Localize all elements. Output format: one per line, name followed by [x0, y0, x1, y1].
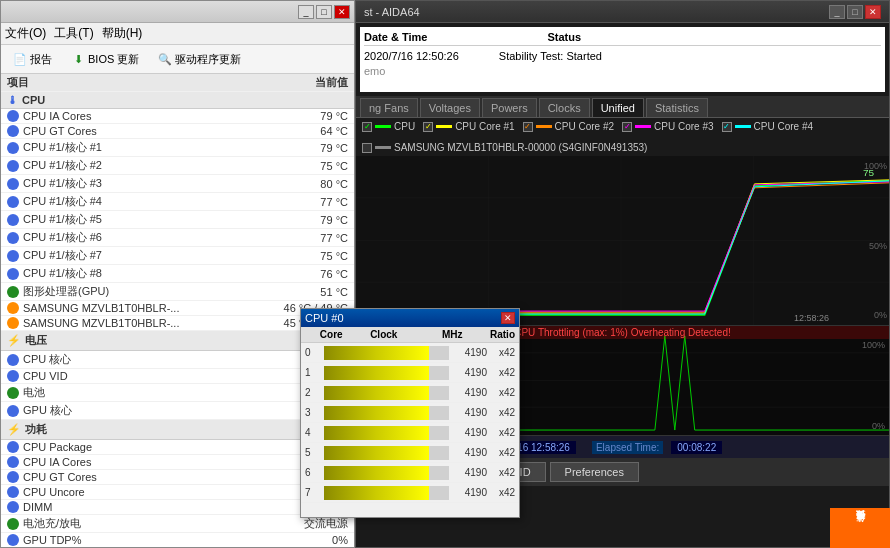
- list-item: CPU #1/核心 #4 77 °C: [1, 193, 354, 211]
- aida-close[interactable]: ✕: [865, 5, 881, 19]
- core-row-3: 3 4190 x42: [301, 403, 519, 423]
- graph-time-label: 12:58:26: [794, 313, 829, 323]
- item-value: 75 °C: [320, 160, 348, 172]
- legend-core4: ✓ CPU Core #4: [722, 121, 813, 132]
- core-num-6: 6: [305, 467, 321, 478]
- item-label: CPU #1/核心 #5: [7, 212, 320, 227]
- core-num-5: 5: [305, 447, 321, 458]
- core-ratio-4: x42: [487, 427, 515, 438]
- item-label: CPU #1/核心 #1: [7, 140, 320, 155]
- menu-file[interactable]: 文件(O): [5, 25, 46, 42]
- legend-core1-color: [436, 125, 452, 128]
- aida-minimize[interactable]: _: [829, 5, 845, 19]
- item-value: 64 °C: [320, 125, 348, 137]
- elapsed-value-item: 00:08:22: [671, 441, 722, 454]
- core-ratio-6: x42: [487, 467, 515, 478]
- tab-fans[interactable]: ng Fans: [360, 98, 418, 117]
- core-ratio-1: x42: [487, 367, 515, 378]
- tab-unified[interactable]: Unified: [592, 98, 644, 117]
- graph-mid-percent: 50%: [869, 241, 887, 251]
- bios-update-button[interactable]: ⬇ BIOS 更新: [65, 48, 144, 70]
- core-mhz-4: 4190: [452, 427, 487, 438]
- throttle-0-label: 0%: [872, 421, 885, 431]
- core-ratio-7: x42: [487, 487, 515, 498]
- preferences-button[interactable]: Preferences: [550, 462, 639, 482]
- tab-powers[interactable]: Powers: [482, 98, 537, 117]
- legend-cpu-check[interactable]: ✓: [362, 122, 372, 132]
- item-label: 电池充/放电: [7, 516, 304, 531]
- status-panel: Date & Time Status 2020/7/16 12:50:26 St…: [360, 27, 885, 92]
- core-bar-container-6: [324, 466, 449, 480]
- legend-core3-check[interactable]: ✓: [622, 122, 632, 132]
- core-row-5: 5 4190 x42: [301, 443, 519, 463]
- core-bar-6: [324, 466, 429, 480]
- legend-cpu-label: CPU: [394, 121, 415, 132]
- core-bar-container-0: [324, 346, 449, 360]
- report-button[interactable]: 📄 报告: [7, 48, 57, 70]
- aida-title: st - AIDA64: [364, 6, 829, 18]
- cpu-float-header: Core Clock MHz Ratio: [301, 327, 519, 343]
- core-row-7: 7 4190 x42: [301, 483, 519, 503]
- date-time-header: Date & Time: [364, 31, 427, 43]
- core-mhz-5: 4190: [452, 447, 487, 458]
- driver-icon: 🔍: [157, 51, 173, 67]
- core-num-2: 2: [305, 387, 321, 398]
- core-bar-7: [324, 486, 429, 500]
- watermark: 值 什么值得买: [830, 508, 890, 548]
- legend-samsung-label: SAMSUNG MZVLB1T0HBLR-00000 (S4GINF0N4913…: [394, 142, 647, 153]
- item-label: CPU IA Cores: [7, 110, 320, 122]
- tab-voltages[interactable]: Voltages: [420, 98, 480, 117]
- core-bar-container-1: [324, 366, 449, 380]
- item-value: 79 °C: [320, 214, 348, 226]
- status-row: 2020/7/16 12:50:26 Stability Test: Start…: [364, 50, 881, 62]
- item-label: CPU GT Cores: [7, 125, 320, 137]
- elapsed-value: 00:08:22: [677, 442, 716, 453]
- cpu-float-close-button[interactable]: ✕: [501, 312, 515, 324]
- aida-titlebar: st - AIDA64 _ □ ✕: [356, 1, 889, 23]
- left-window-controls: _ □ ✕: [298, 5, 350, 19]
- menu-help[interactable]: 帮助(H): [102, 25, 143, 42]
- core-row-0: 0 4190 x42: [301, 343, 519, 363]
- legend-core1-check[interactable]: ✓: [423, 122, 433, 132]
- menu-tools[interactable]: 工具(T): [54, 25, 93, 42]
- maximize-button[interactable]: □: [316, 5, 332, 19]
- core-bar-container-5: [324, 446, 449, 460]
- tab-clocks[interactable]: Clocks: [539, 98, 590, 117]
- item-label: CPU 核心: [7, 352, 310, 367]
- cpu-float-title: CPU #0: [305, 312, 344, 324]
- list-item: CPU #1/核心 #3 80 °C: [1, 175, 354, 193]
- item-label: CPU #1/核心 #7: [7, 248, 320, 263]
- core-row-1: 1 4190 x42: [301, 363, 519, 383]
- legend-row: ✓ CPU ✓ CPU Core #1 ✓ CPU Core #2 ✓ CPU …: [356, 118, 889, 156]
- legend-core2: ✓ CPU Core #2: [523, 121, 614, 132]
- tab-statistics[interactable]: Statistics: [646, 98, 708, 117]
- item-value: 79 °C: [320, 142, 348, 154]
- list-item: CPU #1/核心 #2 75 °C: [1, 157, 354, 175]
- legend-samsung-check[interactable]: [362, 143, 372, 153]
- legend-core2-check[interactable]: ✓: [523, 122, 533, 132]
- item-label: CPU Uncore: [7, 486, 313, 498]
- graph-svg: 75: [356, 156, 889, 325]
- ratio-header: Ratio: [463, 329, 516, 340]
- legend-samsung: SAMSUNG MZVLB1T0HBLR-00000 (S4GINF0N4913…: [362, 142, 647, 153]
- core-ratio-3: x42: [487, 407, 515, 418]
- list-item: CPU #1/核心 #6 77 °C: [1, 229, 354, 247]
- core-mhz-6: 4190: [452, 467, 487, 478]
- watermark-text: 值 什么值得买: [855, 527, 866, 530]
- legend-core1-label: CPU Core #1: [455, 121, 514, 132]
- item-value: 交流电源: [304, 516, 348, 531]
- value-column: 当前值: [315, 75, 348, 90]
- list-item: CPU #1/核心 #8 76 °C: [1, 265, 354, 283]
- core-num-0: 0: [305, 347, 321, 358]
- driver-update-button[interactable]: 🔍 驱动程序更新: [152, 48, 246, 70]
- item-label: CPU #1/核心 #6: [7, 230, 320, 245]
- cpu-float-window: CPU #0 ✕ Core Clock MHz Ratio 0 4190 x42…: [300, 308, 520, 518]
- core-bar-1: [324, 366, 429, 380]
- section-cpu-label: CPU: [22, 94, 45, 106]
- aida-maximize[interactable]: □: [847, 5, 863, 19]
- item-label: 电池: [7, 385, 304, 400]
- minimize-button[interactable]: _: [298, 5, 314, 19]
- graph-top-percent: 100%: [864, 161, 887, 171]
- legend-core4-check[interactable]: ✓: [722, 122, 732, 132]
- close-button[interactable]: ✕: [334, 5, 350, 19]
